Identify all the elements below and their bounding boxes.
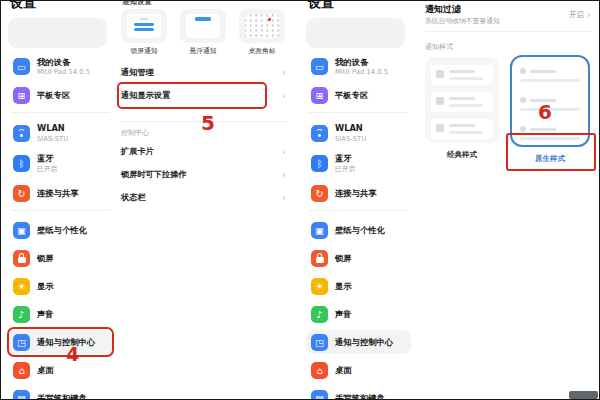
- sidebar-item[interactable]: ☀ 显示: [8, 274, 113, 298]
- status-value: 开启: [569, 10, 584, 20]
- tablet-zone-icon: ⊞: [13, 87, 30, 104]
- style-preview-card: [425, 57, 499, 143]
- card-label: 悬浮通知: [180, 46, 226, 56]
- wallpaper-personalize-icon: ▣: [13, 222, 30, 239]
- sidebar-item[interactable]: ▣ 壁纸与个性化: [8, 218, 113, 242]
- preview-thumbnail: [127, 14, 161, 38]
- search-bar[interactable]: [306, 18, 405, 48]
- settings-row[interactable]: 锁屏时可下拉操作 ›: [121, 163, 289, 186]
- sidebar-item[interactable]: WLAN SIAS-STU: [8, 120, 113, 145]
- sidebar-item[interactable]: WLAN SIAS-STU: [306, 120, 411, 145]
- style-option-label: 经典样式: [425, 150, 499, 160]
- settings-row[interactable]: 通知管理 ›: [121, 61, 289, 84]
- panel-section-header: 通知设置: [122, 0, 152, 7]
- sidebar-item-label: 连接与共享: [335, 188, 376, 198]
- page-title: 设置: [10, 0, 36, 12]
- settings-row[interactable]: 扩展卡片 ›: [121, 140, 289, 163]
- sidebar-item[interactable]: ⊞ 平板专区: [8, 83, 113, 107]
- sound-icon: ♪: [311, 306, 328, 323]
- lock-screen-icon: [311, 250, 328, 267]
- notify-option-card[interactable]: 悬浮通知: [180, 9, 226, 56]
- sidebar-item[interactable]: ☀ 显示: [306, 274, 411, 298]
- chevron-right-icon: ›: [282, 169, 286, 180]
- sidebar-item-label: 桌面: [37, 365, 54, 375]
- sidebar-item-label: 通知与控制中心: [335, 337, 393, 347]
- sidebar-item[interactable]: ↻ 连接与共享: [8, 181, 113, 205]
- panel-title: 通知过滤: [425, 3, 461, 16]
- card-label: 桌面角标: [239, 46, 285, 56]
- sidebar-item-label: 连接与共享: [37, 188, 78, 198]
- sidebar-item[interactable]: ♪ 声音: [8, 302, 113, 326]
- sidebar-item[interactable]: ↻ 连接与共享: [306, 181, 411, 205]
- home-screen-icon: ⌂: [311, 362, 328, 379]
- page-title: 设置: [308, 0, 334, 12]
- settings-rows-control-center: 扩展卡片 › 锁屏时可下拉操作 › 状态栏 ›: [121, 140, 289, 209]
- sidebar-item[interactable]: ▤ 手写笔和键盘: [8, 386, 113, 400]
- display-icon: ☀: [13, 278, 30, 295]
- sidebar-item[interactable]: ⌂ 桌面: [8, 358, 113, 382]
- sidebar-item-label: 锁屏: [335, 253, 352, 263]
- sidebar-item[interactable]: 锁屏: [8, 246, 113, 270]
- annotation-step-4: 4: [66, 343, 79, 365]
- filter-status-link[interactable]: 开启 ›: [569, 9, 591, 20]
- screenshot-notification-settings: 设置 ▭ 我的设备 MIUI Pad 14.0.5 ⊞: [3, 1, 292, 400]
- settings-row[interactable]: 通知显示设置 ›: [121, 84, 289, 107]
- settings-sidebar: 设置 ▭ 我的设备 MIUI Pad 14.0.5 ⊞: [306, 1, 411, 400]
- sidebar-item-subtitle: 已开启: [335, 164, 355, 174]
- sidebar-item-label: 平板专区: [37, 90, 70, 100]
- sidebar-item[interactable]: ▭ 我的设备 MIUI Pad 14.0.5: [8, 54, 113, 79]
- chevron-right-icon: ›: [282, 90, 286, 101]
- sidebar-item-label: 锁屏: [37, 253, 54, 263]
- sound-icon: ♪: [13, 306, 30, 323]
- row-label: 锁屏时可下拉操作: [121, 169, 187, 180]
- sidebar-item-label: 蓝牙: [37, 153, 57, 163]
- home-screen-icon: ⌂: [13, 362, 30, 379]
- sidebar-item[interactable]: ⊞ 平板专区: [306, 83, 411, 107]
- row-label: 状态栏: [121, 192, 146, 203]
- sidebar-item-label: 平板专区: [335, 90, 368, 100]
- notify-option-card[interactable]: 锁屏通知: [121, 9, 167, 56]
- sidebar-item[interactable]: ᛒ 蓝牙 已开启: [306, 150, 411, 177]
- annotation-step-5: 5: [201, 111, 215, 135]
- lock-screen-icon: [13, 250, 30, 267]
- sidebar-item[interactable]: ᛒ 蓝牙 已开启: [8, 150, 113, 177]
- connect-share-icon: ↻: [311, 185, 328, 202]
- search-bar[interactable]: [8, 18, 107, 48]
- sidebar-item-label: 显示: [335, 281, 352, 291]
- annotation-box-6: [506, 133, 596, 171]
- sidebar-item-subtitle: MIUI Pad 14.0.5: [335, 68, 388, 76]
- sidebar-item[interactable]: ♪ 声音: [306, 302, 411, 326]
- sidebar-item[interactable]: ◳ 通知与控制中心: [306, 330, 411, 354]
- chevron-right-icon: ›: [282, 146, 286, 157]
- row-label: 通知管理: [121, 67, 154, 78]
- tutorial-composite: 设置 ▭ 我的设备 MIUI Pad 14.0.5 ⊞: [0, 0, 600, 400]
- sidebar-item-label: 我的设备: [37, 57, 90, 67]
- divider: [425, 31, 593, 32]
- sidebar-item[interactable]: ▭ 我的设备 MIUI Pad 14.0.5: [306, 54, 411, 79]
- stylus-keyboard-icon: ▤: [13, 390, 30, 400]
- watermark-badge: [569, 391, 598, 399]
- my-device-icon: ▭: [13, 58, 30, 75]
- sidebar-item[interactable]: ▤ 手写笔和键盘: [306, 386, 411, 400]
- notify-option-card[interactable]: 桌面角标: [239, 9, 285, 56]
- sidebar-item[interactable]: ⌂ 桌面: [306, 358, 411, 382]
- notification-control-center-icon: ◳: [13, 334, 30, 351]
- bluetooth-icon: ᛒ: [311, 155, 328, 172]
- sidebar-item-list: ▭ 我的设备 MIUI Pad 14.0.5 ⊞ 平板专区: [8, 54, 113, 400]
- sidebar-item[interactable]: ◳ 通知与控制中心: [8, 330, 113, 354]
- settings-sidebar: 设置 ▭ 我的设备 MIUI Pad 14.0.5 ⊞: [8, 1, 113, 400]
- wallpaper-personalize-icon: ▣: [311, 222, 328, 239]
- sidebar-item-subtitle: SIAS-STU: [335, 135, 366, 143]
- sidebar-item-label: 我的设备: [335, 57, 388, 67]
- stylus-keyboard-icon: ▤: [311, 390, 328, 400]
- style-option[interactable]: 经典样式: [425, 57, 499, 160]
- row-label: 通知显示设置: [121, 90, 170, 101]
- sidebar-item-label: WLAN: [37, 123, 68, 133]
- sidebar-item[interactable]: 锁屏: [306, 246, 411, 270]
- sidebar-item[interactable]: ▣ 壁纸与个性化: [306, 218, 411, 242]
- tablet-zone-icon: ⊞: [311, 87, 328, 104]
- sidebar-item-label: 显示: [37, 281, 54, 291]
- preview-thumbnail: [245, 14, 279, 38]
- settings-row[interactable]: 状态栏 ›: [121, 186, 289, 209]
- sidebar-item-label: 手写笔和键盘: [37, 393, 87, 400]
